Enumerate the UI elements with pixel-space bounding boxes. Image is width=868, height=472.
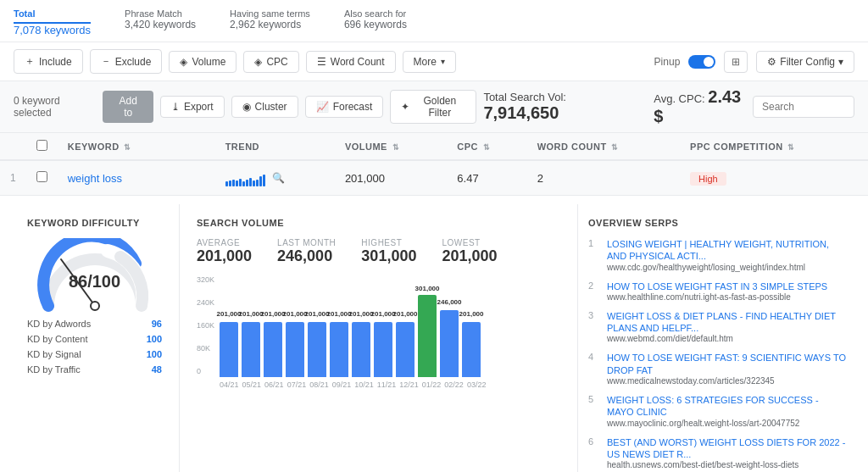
y-label: 240K (197, 298, 214, 307)
x-label: 03/22 (467, 380, 487, 389)
x-label: 08/21 (309, 380, 329, 389)
kd-metric-value: 100 (147, 349, 162, 359)
export-button[interactable]: ⤓ Export (160, 96, 225, 118)
row-volume: 201,000 (335, 160, 447, 196)
serp-url: www.webmd.com/diet/default.htm (607, 334, 848, 343)
wordcount-icon: ☰ (317, 56, 326, 68)
chart-bar-wrap: 201,000 (352, 322, 370, 377)
serp-title[interactable]: WEIGHT LOSS & DIET PLANS - FIND HEALTHY … (607, 310, 848, 335)
serp-number: 3 (588, 310, 600, 344)
add-to-button[interactable]: Add to (103, 91, 153, 123)
kd-metric-row: KD by Traffic 48 (27, 362, 162, 377)
chart-bar-wrap: 201,000 (330, 322, 348, 377)
serp-content: BEST (AND WORST) WEIGHT LOSS DIETS FOR 2… (607, 436, 848, 470)
stat-also-label: Also search for (344, 8, 407, 19)
y-label: 80K (197, 344, 214, 353)
kd-metric-label: KD by Signal (27, 349, 81, 359)
x-label: 01/22 (422, 380, 442, 389)
toggle-dot (704, 57, 714, 67)
spark-bar (253, 180, 255, 186)
col-word-count[interactable]: WORD COUNT ⇅ (527, 133, 680, 160)
serp-url: www.healthline.com/nutri.ight-as-fast-as… (607, 292, 848, 302)
bar-label: 201,000 (305, 310, 330, 318)
x-labels: 04/2105/2106/2107/2108/2109/2110/2111/21… (220, 380, 486, 389)
serp-url: www.cdc.gov/healthyweight/losing_weight/… (607, 263, 848, 272)
action-bar: 0 keyword selected Add to ⤓ Export ◉ Clu… (0, 81, 868, 133)
row-checkbox[interactable] (36, 171, 47, 182)
keyword-link[interactable]: weight loss (68, 172, 122, 185)
row-ppc: High (680, 160, 868, 196)
serp-item: 3 WEIGHT LOSS & DIET PLANS - FIND HEALTH… (588, 310, 848, 344)
chart-bar-wrap: 201,000 (396, 322, 415, 377)
search-input[interactable] (753, 96, 854, 118)
kd-metric-label: KD by Content (27, 334, 88, 344)
stat-total[interactable]: Total 7,078 keywords (14, 8, 91, 36)
col-volume[interactable]: VOLUME ⇅ (335, 133, 447, 160)
chart-bar-wrap: 246,000 (440, 310, 459, 377)
x-label: 11/21 (377, 380, 397, 389)
golden-filter-button[interactable]: ✦ Golden Filter (390, 90, 476, 124)
x-label: 04/21 (220, 380, 239, 389)
serp-section: OVERVIEW SERPS 1 LOSING WEIGHT | HEALTHY… (578, 204, 858, 472)
serp-title[interactable]: WEIGHT LOSS: 6 STRATEGIES FOR SUCCESS - … (607, 394, 848, 419)
spark-bar (246, 180, 248, 186)
word-count-button[interactable]: ☰ Word Count (306, 51, 396, 73)
x-label: 12/21 (399, 380, 419, 389)
filter-chevron-icon: ▾ (838, 56, 843, 68)
grid-view-button[interactable]: ⊞ (724, 51, 748, 73)
chart-bar-wrap: 201,000 (308, 322, 326, 377)
kd-metric-row: KD by Signal 100 (27, 347, 162, 362)
bar-chart-area: 201,000 201,000 201,000 201,000 201,000 (220, 275, 486, 389)
spark-bar (232, 180, 235, 186)
bar-label: 201,000 (239, 310, 264, 318)
row-trend: 🔍 (215, 160, 335, 196)
include-button[interactable]: ＋ Include (14, 49, 83, 74)
stat-phrase-label: Phrase Match (125, 8, 196, 19)
sv-stat-label: AVERAGE (197, 238, 252, 247)
col-ppc[interactable]: PPC COMPETITION ⇅ (680, 133, 868, 160)
y-label: 160K (197, 321, 214, 330)
kd-metric-value: 96 (152, 319, 162, 329)
x-label: 02/22 (444, 380, 464, 389)
search-icon[interactable]: 🔍 (272, 172, 285, 184)
kd-metric-label: KD by Adwords (27, 319, 91, 329)
gauge-container: 86/100 (36, 238, 154, 306)
cluster-button[interactable]: ◉ Cluster (231, 96, 298, 118)
bar-label: 201,000 (327, 310, 352, 318)
stat-same-label: Having same terms (230, 8, 310, 19)
spark-bar (242, 181, 245, 186)
serp-title-header: OVERVIEW SERPS (588, 218, 848, 228)
kd-metric-row: KD by Adwords 96 (27, 316, 162, 331)
row-number: 1 (0, 160, 26, 196)
col-cpc[interactable]: CPC ⇅ (447, 133, 526, 160)
stat-total-label: Total (14, 8, 91, 24)
sv-stats: AVERAGE 201,000 LAST MONTH 246,000 HIGHE… (197, 238, 560, 265)
sv-title: SEARCH VOLUME (197, 218, 560, 228)
select-all-checkbox[interactable] (36, 140, 47, 151)
kd-metric-label: KD by Traffic (27, 364, 81, 375)
volume-button[interactable]: ◈ Volume (169, 51, 236, 73)
bar-label: 301,000 (415, 285, 440, 292)
row-checkbox-cell (26, 160, 58, 196)
stat-also-search[interactable]: Also search for 696 keywords (344, 8, 407, 36)
sv-stat: AVERAGE 201,000 (197, 238, 252, 265)
serp-title[interactable]: HOW TO LOSE WEIGHT FAST IN 3 SIMPLE STEP… (607, 280, 848, 292)
sv-stat: HIGHEST 301,000 (361, 238, 416, 265)
sparkline (225, 169, 265, 186)
serp-title[interactable]: HOW TO LOSE WEIGHT FAST: 9 SCIENTIFIC WA… (607, 352, 848, 376)
filter-config-button[interactable]: ⚙ Filter Config ▾ (756, 51, 854, 73)
table-container: KEYWORD ⇅ TREND VOLUME ⇅ CPC ⇅ WORD COUN… (0, 133, 868, 472)
serp-title[interactable]: LOSING WEIGHT | HEALTHY WEIGHT, NUTRITIO… (607, 238, 848, 263)
stat-same-terms[interactable]: Having same terms 2,962 keywords (230, 8, 310, 36)
more-button[interactable]: More ▾ (403, 51, 456, 73)
bar-label: 201,000 (459, 310, 484, 318)
cpc-button[interactable]: ◈ CPC (243, 51, 298, 73)
stat-phrase[interactable]: Phrase Match 3,420 keywords (125, 8, 196, 36)
forecast-button[interactable]: 📈 Forecast (305, 96, 384, 118)
col-trend[interactable]: TREND (215, 133, 335, 160)
col-keyword[interactable]: KEYWORD ⇅ (58, 133, 215, 160)
stat-also-value: 696 keywords (344, 19, 407, 31)
pinup-toggle[interactable] (688, 55, 715, 69)
serp-title[interactable]: BEST (AND WORST) WEIGHT LOSS DIETS FOR 2… (607, 436, 848, 461)
exclude-button[interactable]: － Exclude (90, 49, 163, 74)
